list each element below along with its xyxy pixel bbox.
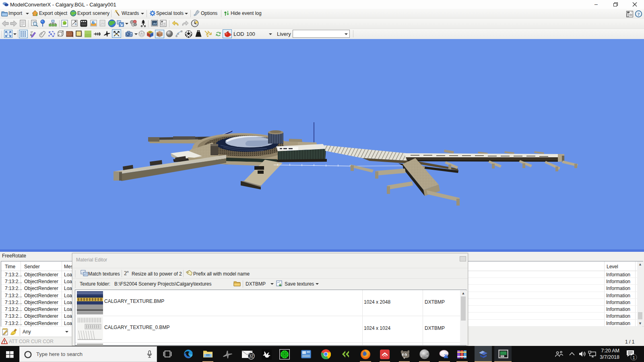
svg-text:PRO: PRO [422,356,427,358]
svg-text:CD: CD [501,355,504,357]
svg-text:?: ? [638,12,640,16]
svg-text:32: 32 [249,354,254,358]
svg-text:1: 1 [633,356,635,360]
